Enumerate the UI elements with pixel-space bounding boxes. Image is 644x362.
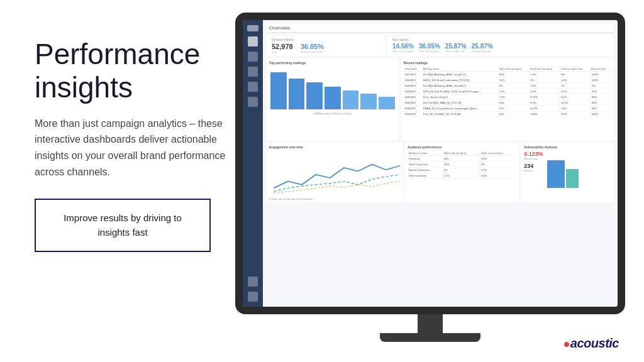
cta-line1: Improve results by driving to: [64, 212, 182, 223]
overview-label: Overview: [269, 25, 290, 31]
col-send-date: Send date: [404, 67, 422, 72]
sidebar-icon-6[interactable]: [248, 97, 258, 107]
sidebar-icon-3[interactable]: [248, 52, 258, 62]
recent-mailings-title: Recent mailings: [404, 61, 611, 65]
aud-cell-open: 10%: [443, 156, 480, 162]
table-row: Gold customers 1.2% 6.4%: [408, 173, 516, 178]
headline-line1: Performance: [35, 38, 200, 70]
cell-open: 12%: [498, 100, 530, 106]
cell-open: 7.3%: [498, 94, 530, 100]
monitor-body: Overview Delivery metrics 52,978 Sent 36…: [235, 13, 625, 314]
app-sidebar: [243, 20, 263, 307]
cta-line2: insights fast: [97, 227, 147, 238]
cell-name: EMEA_DK_ProspectEvent_Copenhagen_March..…: [422, 106, 498, 111]
cell-cto: 7%: [560, 83, 590, 89]
cell-click: 8.70%: [529, 94, 560, 100]
col-cto: Click-to-open rate: [560, 67, 590, 72]
aud-cell-click: 2%: [480, 162, 516, 167]
cell-cto: 8%: [560, 72, 590, 77]
cell-name: NTR_LA_Post Pre-MQL_FY16_Email 8 (Portug…: [422, 89, 498, 94]
cell-bounce: .045%: [590, 111, 611, 117]
metric-delivery-rate: 36.05% Delivery rate 98.70%: [301, 43, 324, 53]
headline: Performance insights: [35, 38, 230, 104]
cell-click: 12.4%: [529, 106, 560, 111]
cell-date: 6/27/2017: [404, 72, 422, 77]
bounce-rate-label: Bounce rate: [524, 157, 543, 160]
sidebar-icon-2[interactable]: [248, 36, 258, 47]
aud-col-click: Click rate (unique): [480, 151, 516, 156]
aud-cell-name: Gold customers: [408, 173, 443, 178]
audience-table: Audience name Open rate (unique) Click r…: [408, 151, 516, 178]
engagement-card: Engagement over time ● Open rate ● Click…: [267, 143, 402, 202]
col-open-rate: Open rate (unique): [498, 67, 530, 72]
aud-col-name: Audience name: [408, 151, 443, 156]
cell-date: 9/18/2017: [404, 106, 422, 111]
cell-cto: 10.5%: [560, 100, 590, 106]
bar-3: [306, 82, 323, 109]
top-performing-card: Top performing mailings ● Mailing name ●…: [267, 58, 399, 140]
aud-cell-name: Prospects: [408, 156, 443, 162]
cell-name: Cons. Nurture Email 1: [422, 94, 498, 100]
bar-legend: ● Mailing name ● Online is Unique: [269, 112, 396, 115]
table-row: 6/20/2017 Pre-MQL Marketing_APAC_Email2 …: [404, 83, 611, 89]
deliv-bar-blue: [547, 160, 565, 188]
cell-date: 2/20/2017: [404, 94, 422, 100]
aud-cell-click: 6.4%: [480, 173, 516, 178]
aud-cell-name: Silver Customers: [408, 162, 443, 167]
cell-bounce: -145%: [590, 72, 611, 77]
cell-bounce: .0%: [590, 83, 611, 89]
sidebar-icon-4[interactable]: [248, 67, 258, 77]
monitor-wrapper: Overview Delivery metrics 52,978 Sent 36…: [235, 13, 625, 346]
cell-name: Pre-MQL Marketing_APAC_Email2 (7): [422, 83, 498, 89]
key-metrics-label: Key metrics: [392, 38, 609, 41]
metric-sent: 52,978 Sent: [272, 43, 293, 53]
sidebar-icon-7[interactable]: [248, 277, 258, 287]
recent-mailings-card: Recent mailings Send date Mailing name O…: [401, 58, 614, 140]
cell-bounce: -125%: [590, 77, 611, 83]
cell-cto: 5.5%: [560, 89, 590, 94]
brand-name: acoustic: [570, 336, 619, 350]
sidebar-icon-1[interactable]: [247, 25, 258, 31]
cell-open: 3.6%: [498, 77, 530, 83]
table-row: 2/20/2017 Cons. Nurture Email 1 7.3% 8.7…: [404, 94, 611, 100]
sidebar-icon-8[interactable]: [248, 292, 258, 302]
cell-click: 5.6%: [529, 72, 560, 77]
cell-name: Four_SP_Pre MQL_Q3_FY16-All: [422, 111, 498, 117]
table-row: 5/25/2017 DACH_DOI Email Confirmation_FY…: [404, 77, 611, 83]
cell-bounce: .04%: [590, 106, 611, 111]
aud-cell-click: 3.5%: [480, 167, 516, 173]
bounce-rate-value: 0.123%: [524, 151, 543, 157]
table-row: Prospects 10% 5.8%: [408, 156, 516, 162]
cta-box[interactable]: Improve results by driving to insights f…: [35, 199, 211, 252]
cell-click: 9.84%: [529, 111, 560, 117]
aud-cell-name: Bronze Customers: [408, 167, 443, 173]
aud-cell-click: 5.8%: [480, 156, 516, 162]
table-row: 5/23/2017 NTR_LA_Post Pre-MQL_FY16_Email…: [404, 89, 611, 94]
cell-bounce: .07%: [590, 89, 611, 94]
cell-cto: 4.5%: [560, 77, 590, 83]
cell-cto: 4.5%: [560, 111, 590, 117]
deliv-bar-teal: [566, 169, 579, 188]
cell-click: 0.4%: [529, 89, 560, 94]
cell-name: Doc Pre-MQL_MBA_Q1_FY17 (9): [422, 100, 498, 106]
engagement-legend: ● Open rate ● Click rate ● Unsubscribe: [269, 197, 400, 200]
bounce-count-value: 234: [524, 163, 543, 169]
recent-mailings-table: Send date Mailing name Open rate (unique…: [404, 67, 611, 117]
delivery-metrics-label: Delivery metrics: [272, 38, 380, 41]
left-panel: Performance insights More than just camp…: [35, 38, 230, 252]
cell-date: 9/16/2017: [404, 111, 422, 117]
app-main: Overview Delivery metrics 52,978 Sent 36…: [263, 20, 618, 307]
engagement-title: Engagement over time: [269, 145, 400, 149]
bar-7: [379, 97, 395, 109]
table-row: 6/27/2017 Pre-MQL Marketing_APAC_Email1 …: [404, 72, 611, 77]
delivery-metrics-card: Delivery metrics 52,978 Sent 36.05% Deli…: [267, 35, 385, 56]
cell-name: DACH_DOI Email Confirmation_FY14 (8): [422, 77, 498, 83]
aud-cell-open: 1.2%: [443, 173, 480, 178]
cell-cto: 8.2%: [560, 94, 590, 100]
cell-click: 2%: [529, 77, 560, 83]
bar-chart: [269, 67, 396, 111]
cell-date: 9/19/2017: [404, 100, 422, 106]
cell-bounce: .08%: [590, 94, 611, 100]
sidebar-icon-5[interactable]: [248, 82, 258, 92]
cell-cto: 7.6%: [560, 106, 590, 111]
